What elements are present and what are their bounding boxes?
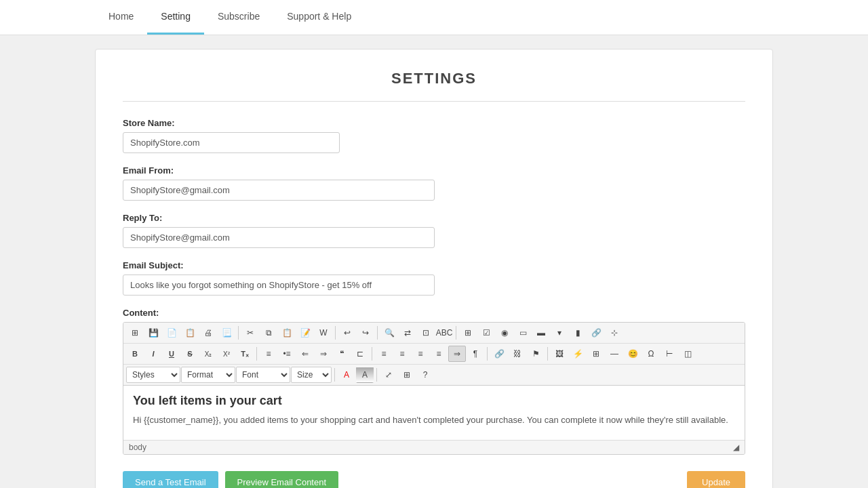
- select-button[interactable]: ▾: [551, 325, 568, 341]
- checkbox-icon: ☑: [483, 328, 490, 338]
- outdent-icon: ⇐: [302, 349, 309, 359]
- smiley-icon: 😊: [628, 349, 638, 359]
- nav-setting[interactable]: Setting: [147, 0, 204, 35]
- table-button[interactable]: ⊞: [459, 325, 477, 341]
- unlink-button[interactable]: ⛓: [509, 346, 526, 362]
- page-break-button[interactable]: ⊢: [660, 346, 678, 362]
- select-all-button[interactable]: ⊡: [417, 325, 435, 341]
- copy-button[interactable]: ⧉: [260, 325, 277, 341]
- email-subject-input[interactable]: [123, 274, 435, 296]
- editor-content-area[interactable]: You left items in your cart Hi {{custome…: [123, 386, 745, 440]
- print-button[interactable]: 🖨: [199, 325, 217, 341]
- new-page-button[interactable]: 📄: [163, 325, 180, 341]
- preview-email-button[interactable]: Preview Email Content: [225, 471, 339, 488]
- store-name-input[interactable]: [123, 132, 340, 153]
- ordered-list-button[interactable]: ≡: [260, 346, 277, 362]
- smiley-button[interactable]: 😊: [624, 346, 642, 362]
- image-button[interactable]: 🖼: [551, 346, 568, 362]
- ltr-button[interactable]: ⇒: [448, 346, 466, 362]
- align-right-button[interactable]: ≡: [412, 346, 429, 362]
- align-center-button[interactable]: ≡: [393, 346, 411, 362]
- link2-button[interactable]: 🔗: [490, 346, 508, 362]
- italic-button[interactable]: I: [144, 346, 162, 362]
- show-blocks-button[interactable]: ⊞: [398, 367, 416, 383]
- bg-color-button[interactable]: A: [356, 367, 374, 383]
- paste-button[interactable]: 📋: [278, 325, 296, 341]
- nav-support[interactable]: Support & Help: [273, 0, 365, 35]
- paste-text-button[interactable]: 📝: [296, 325, 314, 341]
- find-button[interactable]: 🔍: [380, 325, 398, 341]
- save-button[interactable]: 💾: [144, 325, 162, 341]
- font-color-button[interactable]: A: [338, 367, 355, 383]
- nav-home[interactable]: Home: [95, 0, 147, 35]
- underline-button[interactable]: U: [163, 346, 180, 362]
- copy-icon: ⧉: [266, 328, 272, 338]
- spellcheck-button[interactable]: ABC: [435, 325, 453, 341]
- justify-button[interactable]: ≡: [430, 346, 448, 362]
- link-button[interactable]: 🔗: [587, 325, 605, 341]
- editor-toolbar: ⊞ 💾 📄 📋 🖨: [123, 323, 745, 386]
- iframe-button[interactable]: ◫: [679, 346, 696, 362]
- editor-status-bar: body ◢: [123, 440, 745, 454]
- strikethrough-button[interactable]: S: [181, 346, 199, 362]
- special-char-button[interactable]: Ω: [642, 346, 660, 362]
- superscript-button[interactable]: X²: [218, 346, 235, 362]
- rtl-button[interactable]: ¶: [467, 346, 484, 362]
- reply-to-input[interactable]: [123, 227, 435, 248]
- textarea-button[interactable]: ▬: [532, 325, 550, 341]
- templates-button[interactable]: 📋: [181, 325, 199, 341]
- checkbox-button[interactable]: ☑: [477, 325, 495, 341]
- div-icon: ⊏: [357, 349, 363, 359]
- indent-button[interactable]: ⇒: [315, 346, 332, 362]
- separator-1: [238, 326, 239, 340]
- textfield-button[interactable]: ▭: [514, 325, 532, 341]
- paste-word-button[interactable]: W: [315, 325, 332, 341]
- unlink-icon: ⛓: [513, 349, 521, 359]
- outdent-button[interactable]: ⇐: [296, 346, 314, 362]
- anchor-button[interactable]: ⚑: [527, 346, 545, 362]
- separator-7: [487, 347, 488, 361]
- source-button[interactable]: ⊞: [126, 325, 144, 341]
- align-left-button[interactable]: ≡: [375, 346, 393, 362]
- iframe-icon: ◫: [684, 349, 692, 359]
- spellcheck-icon: ABC: [436, 328, 453, 338]
- image-link-button[interactable]: ⊹: [606, 325, 623, 341]
- format-select[interactable]: Format: [181, 367, 235, 383]
- email-from-input[interactable]: [123, 180, 435, 201]
- size-select[interactable]: Size: [291, 367, 332, 383]
- remove-format-button[interactable]: Tₓ: [236, 346, 254, 362]
- cut-button[interactable]: ✂: [241, 325, 259, 341]
- button-button[interactable]: ▮: [569, 325, 587, 341]
- table-icon: ⊞: [465, 328, 471, 338]
- table2-button[interactable]: ⊞: [587, 346, 605, 362]
- send-test-button[interactable]: Send a Test Email: [123, 471, 218, 488]
- flash-button[interactable]: ⚡: [569, 346, 587, 362]
- italic-icon: I: [152, 350, 154, 358]
- styles-select[interactable]: Styles: [126, 367, 180, 383]
- bold-button[interactable]: B: [126, 346, 144, 362]
- font-select[interactable]: Font: [236, 367, 290, 383]
- email-subject-label: Email Subject:: [123, 260, 745, 270]
- store-name-group: Store Name:: [123, 118, 745, 153]
- replace-button[interactable]: ⇄: [399, 325, 416, 341]
- radio-button[interactable]: ◉: [496, 325, 513, 341]
- toolbar-row-1: ⊞ 💾 📄 📋 🖨: [123, 323, 745, 344]
- blockquote-button[interactable]: ❝: [333, 346, 351, 362]
- toolbar-row-2: B I U S X₂: [123, 344, 745, 365]
- preview-button[interactable]: 📃: [218, 325, 235, 341]
- resize-handle-icon[interactable]: ◢: [733, 443, 739, 452]
- nav-subscribe[interactable]: Subscribe: [204, 0, 273, 35]
- maximize-button[interactable]: ⤢: [380, 367, 397, 383]
- subscript-button[interactable]: X₂: [199, 346, 217, 362]
- unordered-list-button[interactable]: •≡: [278, 346, 296, 362]
- undo-button[interactable]: ↩: [338, 325, 356, 341]
- update-button[interactable]: Update: [687, 471, 745, 488]
- redo-button[interactable]: ↪: [357, 325, 374, 341]
- image-link-icon: ⊹: [611, 328, 618, 338]
- anchor-icon: ⚑: [532, 349, 540, 359]
- help-button[interactable]: ?: [416, 367, 434, 383]
- div-button[interactable]: ⊏: [351, 346, 369, 362]
- store-name-label: Store Name:: [123, 118, 745, 128]
- unordered-list-icon: •≡: [283, 349, 290, 359]
- hr-button[interactable]: —: [606, 346, 623, 362]
